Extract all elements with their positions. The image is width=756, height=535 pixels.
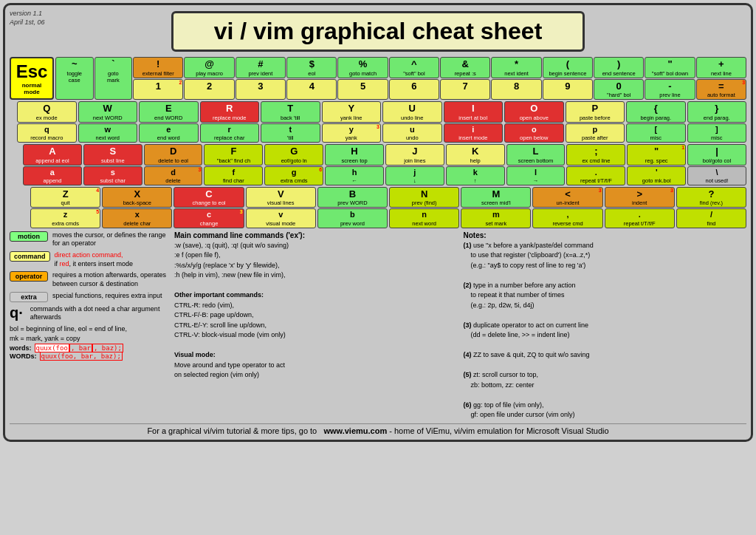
- key-comma: ,reverse cmd: [532, 208, 602, 228]
- motion-desc: moves the cursor, or defines the range f…: [52, 231, 168, 248]
- operator-desc: requires a motion afterwards, operates b…: [52, 271, 168, 288]
- key-lparen: (begin sentence: [543, 57, 593, 78]
- legend-section: motion moves the cursor, or defines the …: [10, 231, 168, 420]
- key-k: k↑: [446, 166, 505, 185]
- command-desc: direct action command, if red, it enters…: [55, 251, 134, 268]
- key-z: 5 zextra cmds: [30, 208, 100, 228]
- key-E: Eend WORD: [139, 101, 199, 123]
- key-b: bprev word: [317, 208, 388, 228]
- key-dquote-top: ""soft" bol down: [645, 57, 695, 78]
- key-l: l→: [506, 166, 566, 185]
- key-rparen: )end sentence: [594, 57, 644, 78]
- key-dquote: 1 "reg. spec: [627, 144, 686, 166]
- key-lt: 3 <un-indent: [532, 187, 602, 208]
- key-c: 3 cchange: [173, 208, 244, 228]
- key-N: Nprev (find): [389, 187, 459, 208]
- mk-line: mk = mark, yank = copy: [10, 335, 168, 344]
- extra-badge: extra: [10, 292, 48, 302]
- key-backtick: `gotomark: [94, 57, 133, 100]
- key-i: iinsert mode: [444, 123, 504, 143]
- key-R: Rreplace mode: [200, 101, 260, 123]
- key-plus: +next line: [696, 57, 746, 78]
- key-p: ppaste after: [566, 123, 625, 143]
- main-container: version 1.1 April 1st, 06 vi / vim graph…: [3, 3, 753, 442]
- key-minus: -prev line: [645, 79, 695, 100]
- key-amp: &repeat :s: [440, 57, 490, 78]
- key-rbrace: }end parag.: [687, 101, 747, 123]
- title-box: vi / vim graphical cheat sheet: [171, 11, 585, 52]
- key-question: ?find (rev.): [676, 187, 746, 208]
- key-X: Xback-space: [102, 187, 172, 208]
- key-t: t'till: [261, 123, 320, 143]
- key-J: Jjoin lines: [385, 144, 444, 166]
- footer: For a graphical vi/vim tutorial & more t…: [10, 423, 746, 435]
- key-d: 3 ddelete: [144, 166, 203, 185]
- key-S: Ssubst line: [83, 144, 142, 166]
- commands-section: Main command line commands ('ex'): :w (s…: [174, 231, 458, 420]
- key-v: vvisual mode: [246, 208, 316, 228]
- key-A: Aappend at eol: [23, 144, 82, 166]
- bol-line: bol = beginning of line, eol = end of li…: [10, 325, 168, 334]
- key-C: Cchange to eol: [173, 187, 244, 208]
- version-text: version 1.1 April 1st, 06: [10, 10, 69, 27]
- key-r: rreplace char: [200, 123, 260, 143]
- operator-badge: operator: [10, 271, 48, 282]
- key-star: *next ident: [491, 57, 541, 78]
- key-4: 4: [286, 79, 337, 100]
- key-G: Geof/goto ln: [264, 144, 323, 166]
- key-9: 9: [543, 79, 593, 100]
- key-gt: 3 >indent: [605, 187, 675, 208]
- dot-icon: q·: [10, 305, 23, 320]
- key-equals: 3 =auto format: [696, 79, 746, 100]
- key-s: ssubst char: [83, 166, 142, 185]
- key-n: nnext word: [389, 208, 459, 228]
- key-5: 5: [337, 79, 388, 100]
- key-P: Ppaste before: [566, 101, 625, 123]
- key-H: Hscreen top: [325, 144, 384, 166]
- key-lbrace: {begin parag.: [626, 101, 686, 123]
- key-L: Lscreen bottom: [506, 144, 566, 166]
- commands-content: :w (save), :q (quit), :q! (quit w/o savi…: [174, 241, 458, 381]
- key-colon-upper: ;ex cmd line: [566, 144, 625, 166]
- key-M: Mscreen mid'l: [461, 187, 531, 208]
- key-caret: ^"soft" bol: [389, 57, 439, 78]
- words-line: words: quux(foo, bar, baz);: [10, 344, 168, 352]
- key-g: 6 gextra cmds: [264, 166, 323, 185]
- key-8: 8: [491, 79, 541, 100]
- key-O: Oopen above: [504, 101, 564, 123]
- key-pipe-upper: |bol/goto col: [687, 144, 746, 166]
- key-hash: #prev ident: [236, 57, 286, 78]
- key-tilde: ~togglecase: [55, 57, 94, 100]
- key-Q: Qex mode: [17, 101, 77, 123]
- key-y: 3 yyank: [322, 123, 382, 143]
- notes-heading: Notes:: [464, 231, 747, 239]
- key-o: oopen below: [504, 123, 564, 143]
- extra-desc: special functions, requires extra input: [52, 292, 162, 301]
- key-Y: Yyank line: [322, 101, 382, 123]
- key-F: F"back" find ch: [204, 144, 263, 166]
- WORDS-line: WORDs: quux(foo, bar, baz);: [10, 352, 168, 361]
- key-colon-lower: .repeat t/T/f/F: [566, 166, 625, 185]
- key-w: wnext word: [78, 123, 138, 143]
- key-dollar: $eol: [286, 57, 337, 78]
- key-lbrace-lower: [misc: [626, 123, 686, 143]
- key-T: Tback 'till: [261, 101, 320, 123]
- key-2: 2: [184, 79, 234, 100]
- key-e: eend word: [139, 123, 199, 143]
- key-D: Ddelete to eol: [144, 144, 203, 166]
- commands-heading: Main command line commands ('ex'):: [174, 231, 458, 239]
- key-0: 0"hard" bol: [594, 79, 644, 100]
- key-1: 2 1: [133, 79, 183, 100]
- key-backslash: \not used!: [687, 166, 746, 185]
- key-exclaim: !external filter: [133, 57, 183, 78]
- esc-key: Esc normalmode: [10, 57, 54, 100]
- key-m: mset mark: [461, 208, 531, 228]
- key-h: h←: [325, 166, 384, 185]
- key-a: aappend: [23, 166, 82, 185]
- key-U: Uundo line: [382, 101, 442, 123]
- notes-section: Notes: (1) use "x before a yank/paste/de…: [464, 231, 747, 420]
- key-quote: 'goto mk.bol: [627, 166, 686, 185]
- key-x: xdelete char: [102, 208, 172, 228]
- key-6: 6: [389, 79, 439, 100]
- key-7: 7: [440, 79, 490, 100]
